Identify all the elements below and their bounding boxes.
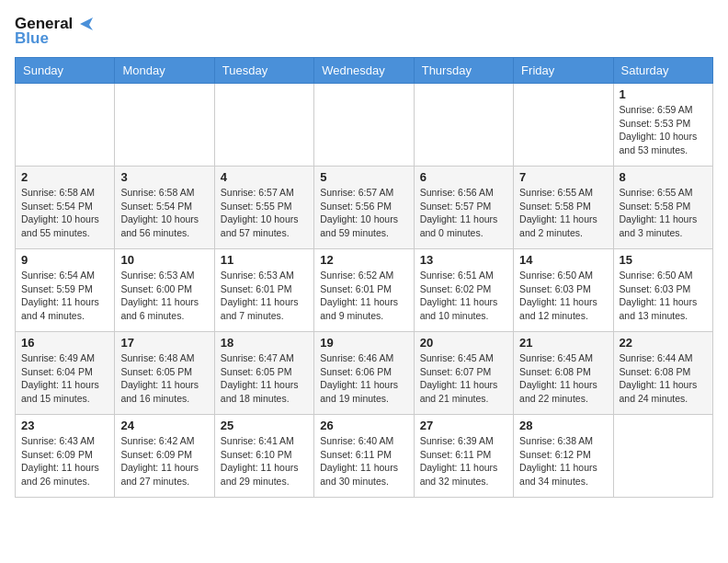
- calendar-cell: 26Sunrise: 6:40 AM Sunset: 6:11 PM Dayli…: [314, 415, 414, 498]
- day-number: 13: [420, 253, 507, 267]
- day-number: 20: [420, 336, 507, 350]
- day-number: 2: [21, 170, 108, 184]
- calendar-cell: 25Sunrise: 6:41 AM Sunset: 6:10 PM Dayli…: [214, 415, 313, 498]
- day-info: Sunrise: 6:53 AM Sunset: 6:00 PM Dayligh…: [120, 269, 208, 323]
- day-info: Sunrise: 6:57 AM Sunset: 5:56 PM Dayligh…: [320, 186, 407, 240]
- day-info: Sunrise: 6:56 AM Sunset: 5:57 PM Dayligh…: [420, 186, 507, 240]
- day-number: 21: [519, 336, 607, 350]
- calendar-cell: 1Sunrise: 6:59 AM Sunset: 5:53 PM Daylig…: [613, 84, 712, 167]
- calendar-cell: 27Sunrise: 6:39 AM Sunset: 6:11 PM Dayli…: [414, 415, 513, 498]
- day-number: 12: [320, 253, 407, 267]
- day-number: 16: [21, 336, 108, 350]
- calendar-cell: 2Sunrise: 6:58 AM Sunset: 5:54 PM Daylig…: [16, 167, 115, 249]
- calendar-cell: 24Sunrise: 6:42 AM Sunset: 6:09 PM Dayli…: [115, 415, 214, 498]
- day-number: 14: [519, 253, 607, 267]
- day-info: Sunrise: 6:44 AM Sunset: 6:08 PM Dayligh…: [620, 351, 707, 406]
- calendar-cell: 11Sunrise: 6:53 AM Sunset: 6:01 PM Dayli…: [214, 249, 313, 332]
- day-of-week-sunday: Sunday: [16, 58, 115, 84]
- day-number: 5: [320, 170, 407, 184]
- calendar-cell: 5Sunrise: 6:57 AM Sunset: 5:56 PM Daylig…: [314, 167, 414, 249]
- day-info: Sunrise: 6:48 AM Sunset: 6:05 PM Dayligh…: [120, 351, 208, 406]
- day-info: Sunrise: 6:39 AM Sunset: 6:11 PM Dayligh…: [420, 434, 507, 488]
- calendar-cell: 28Sunrise: 6:38 AM Sunset: 6:12 PM Dayli…: [514, 415, 613, 498]
- calendar-cell: 23Sunrise: 6:43 AM Sunset: 6:09 PM Dayli…: [16, 415, 115, 498]
- day-of-week-monday: Monday: [115, 58, 214, 84]
- day-number: 10: [120, 253, 208, 267]
- day-number: 17: [120, 336, 208, 350]
- day-of-week-wednesday: Wednesday: [314, 58, 414, 84]
- day-number: 19: [320, 336, 407, 350]
- calendar-cell: 4Sunrise: 6:57 AM Sunset: 5:55 PM Daylig…: [214, 167, 313, 249]
- logo-text-blue: Blue: [15, 29, 49, 48]
- day-number: 1: [620, 87, 707, 101]
- calendar-cell: [115, 84, 214, 167]
- calendar-cell: 18Sunrise: 6:47 AM Sunset: 6:05 PM Dayli…: [214, 332, 313, 415]
- day-info: Sunrise: 6:47 AM Sunset: 6:05 PM Dayligh…: [221, 351, 308, 406]
- day-info: Sunrise: 6:41 AM Sunset: 6:10 PM Dayligh…: [221, 434, 308, 488]
- day-number: 24: [120, 419, 208, 432]
- page-header: General Blue: [15, 15, 713, 48]
- logo-bird-icon: [73, 16, 93, 32]
- day-of-week-tuesday: Tuesday: [214, 58, 313, 84]
- day-number: 27: [420, 419, 507, 432]
- calendar-table: SundayMondayTuesdayWednesdayThursdayFrid…: [15, 57, 713, 498]
- day-number: 6: [420, 170, 507, 184]
- day-info: Sunrise: 6:55 AM Sunset: 5:58 PM Dayligh…: [519, 186, 607, 240]
- day-info: Sunrise: 6:52 AM Sunset: 6:01 PM Dayligh…: [320, 269, 407, 323]
- day-info: Sunrise: 6:59 AM Sunset: 5:53 PM Dayligh…: [620, 103, 707, 157]
- calendar-week-5: 23Sunrise: 6:43 AM Sunset: 6:09 PM Dayli…: [16, 415, 713, 498]
- day-number: 23: [21, 419, 108, 432]
- calendar-header-row: SundayMondayTuesdayWednesdayThursdayFrid…: [16, 58, 713, 84]
- calendar-cell: 9Sunrise: 6:54 AM Sunset: 5:59 PM Daylig…: [16, 249, 115, 332]
- day-of-week-friday: Friday: [514, 58, 613, 84]
- day-info: Sunrise: 6:50 AM Sunset: 6:03 PM Dayligh…: [519, 269, 607, 323]
- calendar-cell: 8Sunrise: 6:55 AM Sunset: 5:58 PM Daylig…: [613, 167, 712, 249]
- day-number: 3: [120, 170, 208, 184]
- calendar-cell: 16Sunrise: 6:49 AM Sunset: 6:04 PM Dayli…: [16, 332, 115, 415]
- calendar-cell: [214, 84, 313, 167]
- day-number: 18: [221, 336, 308, 350]
- day-info: Sunrise: 6:45 AM Sunset: 6:07 PM Dayligh…: [420, 351, 507, 406]
- day-info: Sunrise: 6:43 AM Sunset: 6:09 PM Dayligh…: [21, 434, 108, 488]
- calendar-cell: [514, 84, 613, 167]
- day-info: Sunrise: 6:42 AM Sunset: 6:09 PM Dayligh…: [120, 434, 208, 488]
- calendar-week-1: 1Sunrise: 6:59 AM Sunset: 5:53 PM Daylig…: [16, 84, 713, 167]
- logo: General Blue: [15, 15, 93, 48]
- calendar-week-3: 9Sunrise: 6:54 AM Sunset: 5:59 PM Daylig…: [16, 249, 713, 332]
- day-info: Sunrise: 6:58 AM Sunset: 5:54 PM Dayligh…: [21, 186, 108, 240]
- calendar-cell: 3Sunrise: 6:58 AM Sunset: 5:54 PM Daylig…: [115, 167, 214, 249]
- day-number: 4: [221, 170, 308, 184]
- day-info: Sunrise: 6:54 AM Sunset: 5:59 PM Dayligh…: [21, 269, 108, 323]
- calendar-week-2: 2Sunrise: 6:58 AM Sunset: 5:54 PM Daylig…: [16, 167, 713, 249]
- calendar-cell: 6Sunrise: 6:56 AM Sunset: 5:57 PM Daylig…: [414, 167, 513, 249]
- calendar-cell: 10Sunrise: 6:53 AM Sunset: 6:00 PM Dayli…: [115, 249, 214, 332]
- calendar-cell: 7Sunrise: 6:55 AM Sunset: 5:58 PM Daylig…: [514, 167, 613, 249]
- calendar-cell: 19Sunrise: 6:46 AM Sunset: 6:06 PM Dayli…: [314, 332, 414, 415]
- day-number: 8: [620, 170, 707, 184]
- day-number: 9: [21, 253, 108, 267]
- day-of-week-thursday: Thursday: [414, 58, 513, 84]
- day-info: Sunrise: 6:50 AM Sunset: 6:03 PM Dayligh…: [620, 269, 707, 323]
- day-info: Sunrise: 6:53 AM Sunset: 6:01 PM Dayligh…: [221, 269, 308, 323]
- day-info: Sunrise: 6:58 AM Sunset: 5:54 PM Dayligh…: [120, 186, 208, 240]
- day-number: 11: [221, 253, 308, 267]
- calendar-cell: 21Sunrise: 6:45 AM Sunset: 6:08 PM Dayli…: [514, 332, 613, 415]
- day-info: Sunrise: 6:38 AM Sunset: 6:12 PM Dayligh…: [519, 434, 607, 488]
- day-info: Sunrise: 6:40 AM Sunset: 6:11 PM Dayligh…: [320, 434, 407, 488]
- day-info: Sunrise: 6:55 AM Sunset: 5:58 PM Dayligh…: [620, 186, 707, 240]
- calendar-cell: 15Sunrise: 6:50 AM Sunset: 6:03 PM Dayli…: [613, 249, 712, 332]
- calendar-cell: 14Sunrise: 6:50 AM Sunset: 6:03 PM Dayli…: [514, 249, 613, 332]
- day-number: 22: [620, 336, 707, 350]
- calendar-cell: [314, 84, 414, 167]
- calendar-cell: 13Sunrise: 6:51 AM Sunset: 6:02 PM Dayli…: [414, 249, 513, 332]
- day-number: 26: [320, 419, 407, 432]
- day-info: Sunrise: 6:46 AM Sunset: 6:06 PM Dayligh…: [320, 351, 407, 406]
- calendar-cell: 12Sunrise: 6:52 AM Sunset: 6:01 PM Dayli…: [314, 249, 414, 332]
- day-number: 15: [620, 253, 707, 267]
- day-info: Sunrise: 6:57 AM Sunset: 5:55 PM Dayligh…: [221, 186, 308, 240]
- day-number: 25: [221, 419, 308, 432]
- calendar-cell: 22Sunrise: 6:44 AM Sunset: 6:08 PM Dayli…: [613, 332, 712, 415]
- day-info: Sunrise: 6:51 AM Sunset: 6:02 PM Dayligh…: [420, 269, 507, 323]
- day-number: 28: [519, 419, 607, 432]
- calendar-cell: 17Sunrise: 6:48 AM Sunset: 6:05 PM Dayli…: [115, 332, 214, 415]
